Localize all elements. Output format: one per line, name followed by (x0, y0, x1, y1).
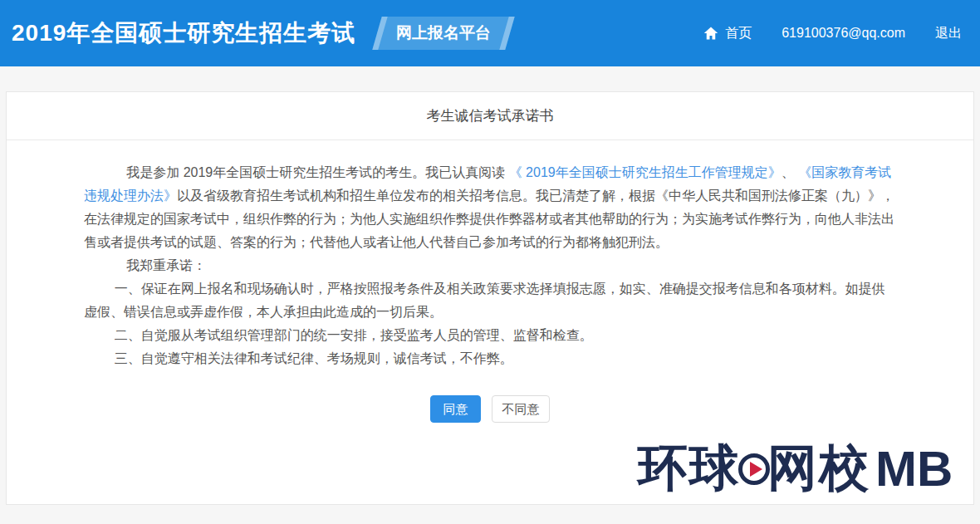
promise-intro: 我郑重承诺： (84, 254, 896, 277)
pledge-paragraph-post: 以及省级教育招生考试机构和招生单位发布的相关招考信息。我已清楚了解，根据《中华人… (84, 189, 894, 249)
home-link[interactable]: 首页 (703, 25, 752, 42)
site-title: 2019年全国硕士研究生招生考试 (12, 17, 355, 49)
disagree-button[interactable]: 不同意 (492, 395, 550, 423)
pledge-paragraph-pre: 我是参加 2019年全国硕士研究生招生考试的考生。我已认真阅读 (126, 165, 508, 179)
pledge-paragraph-separator: 、 (782, 165, 798, 179)
platform-badge-label: 网上报名平台 (396, 22, 491, 44)
home-link-label: 首页 (725, 25, 752, 42)
logout-link[interactable]: 退出 (935, 25, 962, 42)
platform-badge: 网上报名平台 (373, 17, 515, 50)
header-nav: 首页 619100376@qq.com 退出 (703, 25, 962, 42)
pledge-paragraph: 我是参加 2019年全国硕士研究生招生考试的考生。我已认真阅读 《 2019年全… (84, 161, 896, 254)
home-icon (703, 26, 718, 41)
promise-item-3: 三、自觉遵守相关法律和考试纪律、考场规则，诚信考试，不作弊。 (84, 347, 896, 370)
user-email-link[interactable]: 619100376@qq.com (782, 26, 905, 41)
button-row: 同意 不同意 (84, 395, 896, 423)
pledge-body: 我是参加 2019年全国硕士研究生招生考试的考生。我已认真阅读 《 2019年全… (7, 140, 973, 423)
pledge-card: 考生诚信考试承诺书 我是参加 2019年全国硕士研究生招生考试的考生。我已认真阅… (6, 91, 974, 505)
agree-button[interactable]: 同意 (430, 395, 481, 423)
promise-item-2: 二、自觉服从考试组织管理部门的统一安排，接受监考人员的管理、监督和检查。 (84, 324, 896, 347)
admission-regulation-link[interactable]: 《 2019年全国硕士研究生招生工作管理规定》 (509, 165, 782, 179)
promise-item-1: 一、保证在网上报名和现场确认时，严格按照报考条件及相关政策要求选择填报志愿，如实… (84, 277, 896, 324)
site-header: 2019年全国硕士研究生招生考试 网上报名平台 首页 619100376@qq.… (0, 0, 980, 66)
page-title: 考生诚信考试承诺书 (7, 92, 973, 140)
